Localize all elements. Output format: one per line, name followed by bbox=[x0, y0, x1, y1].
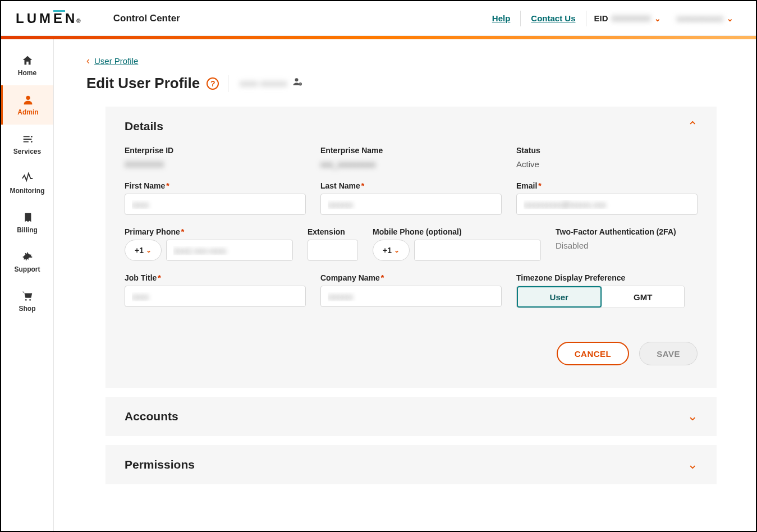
sidebar-item-billing[interactable]: Billing bbox=[1, 203, 53, 242]
main-content: ‹ User Profile Edit User Profile ? xxxx … bbox=[54, 39, 756, 531]
eid-value: XXXXXXX bbox=[612, 13, 651, 23]
top-right-nav: Help Contact Us EID XXXXXXX ⌄ xxxxxxxxxx… bbox=[482, 11, 741, 26]
user-switcher[interactable]: xxxxxxxxxx ⌄ bbox=[669, 13, 741, 23]
panel-details-head[interactable]: Details ⌃ bbox=[105, 107, 717, 146]
panel-title: Permissions bbox=[125, 458, 195, 471]
enterprise-name-label: Enterprise Name bbox=[320, 146, 502, 155]
enterprise-name-value: xxx_xxxxxxxxx bbox=[320, 158, 502, 169]
page-head: Edit User Profile ? xxxx xxxxxx bbox=[86, 75, 717, 92]
contact-us-link[interactable]: Contact Us bbox=[521, 11, 586, 26]
svg-point-1 bbox=[30, 136, 32, 137]
mobile-phone-input[interactable] bbox=[414, 240, 541, 261]
enterprise-id-label: Enterprise ID bbox=[125, 146, 306, 155]
panel-details: Details ⌃ Enterprise ID XXXXXXX Enterpri… bbox=[105, 107, 717, 388]
chevron-down-icon: ⌄ bbox=[687, 409, 698, 424]
panel-permissions-head[interactable]: Permissions ⌄ bbox=[105, 445, 717, 484]
chevron-down-icon: ⌄ bbox=[654, 14, 661, 23]
divider bbox=[228, 75, 228, 92]
help-icon[interactable]: ? bbox=[207, 77, 219, 90]
sidebar-item-label: Admin bbox=[17, 108, 38, 116]
twofa-label: Two-Factor Authentication (2FA) bbox=[556, 227, 698, 236]
sidebar: Home Admin Services Monitoring Billing S… bbox=[1, 39, 54, 531]
primary-phone-label: Primary Phone* bbox=[125, 227, 293, 236]
email-label: Email* bbox=[516, 181, 698, 190]
eid-switcher[interactable]: EID XXXXXXX ⌄ bbox=[586, 13, 669, 23]
primary-phone-input[interactable] bbox=[166, 240, 293, 261]
status-value: Active bbox=[516, 158, 698, 169]
breadcrumb: ‹ User Profile bbox=[86, 55, 717, 67]
mobile-phone-label: Mobile Phone (optional) bbox=[373, 227, 541, 236]
home-icon bbox=[21, 54, 34, 67]
chevron-left-icon[interactable]: ‹ bbox=[86, 55, 90, 67]
chevron-up-icon: ⌃ bbox=[687, 119, 698, 134]
sidebar-item-label: Services bbox=[13, 148, 41, 155]
timezone-segment: User GMT bbox=[516, 286, 685, 308]
job-title-label: Job Title* bbox=[125, 273, 306, 282]
app-title: Control Center bbox=[113, 13, 180, 24]
job-title-input[interactable] bbox=[125, 286, 306, 307]
username: xxxxxxxxxx bbox=[677, 13, 723, 23]
company-name-label: Company Name* bbox=[320, 273, 502, 282]
svg-point-6 bbox=[295, 78, 298, 81]
first-name-input[interactable] bbox=[125, 194, 306, 215]
page-title: Edit User Profile bbox=[86, 75, 200, 92]
timezone-option-user[interactable]: User bbox=[517, 286, 602, 308]
enterprise-id-value: XXXXXXX bbox=[125, 158, 306, 169]
avatar-icon bbox=[292, 77, 303, 90]
svg-point-4 bbox=[25, 299, 26, 301]
user-chip: xxxx xxxxxx bbox=[240, 77, 302, 90]
company-name-input[interactable] bbox=[320, 286, 502, 307]
sidebar-item-label: Billing bbox=[17, 226, 38, 234]
timezone-option-gmt[interactable]: GMT bbox=[602, 286, 685, 308]
last-name-label: Last Name* bbox=[320, 181, 502, 190]
panel-accounts-head[interactable]: Accounts ⌄ bbox=[105, 397, 717, 436]
sidebar-item-support[interactable]: Support bbox=[1, 242, 53, 282]
sidebar-item-label: Home bbox=[18, 69, 36, 77]
email-input[interactable] bbox=[516, 194, 698, 215]
extension-label: Extension bbox=[308, 227, 358, 236]
admin-icon bbox=[22, 94, 34, 106]
extension-input[interactable] bbox=[308, 240, 358, 261]
cancel-button[interactable]: CANCEL bbox=[557, 342, 630, 365]
chevron-down-icon: ⌄ bbox=[687, 457, 698, 472]
panel-title: Details bbox=[125, 120, 163, 133]
billing-icon bbox=[21, 212, 34, 224]
actions: CANCEL SAVE bbox=[125, 342, 698, 365]
chevron-down-icon: ⌄ bbox=[146, 246, 152, 254]
mobile-phone-cc-select[interactable]: +1 ⌄ bbox=[373, 240, 410, 261]
sidebar-item-services[interactable]: Services bbox=[1, 125, 53, 164]
logo: LUMEN® bbox=[16, 11, 81, 26]
sidebar-item-label: Support bbox=[15, 265, 40, 273]
breadcrumb-link[interactable]: User Profile bbox=[94, 56, 138, 66]
primary-phone-cc-select[interactable]: +1 ⌄ bbox=[125, 240, 162, 261]
sidebar-item-monitoring[interactable]: Monitoring bbox=[1, 164, 53, 203]
help-link[interactable]: Help bbox=[482, 11, 521, 26]
twofa-value: Disabled bbox=[556, 240, 698, 250]
svg-point-0 bbox=[26, 96, 30, 100]
status-label: Status bbox=[516, 146, 698, 155]
services-icon bbox=[21, 133, 34, 145]
timezone-label: Timezone Display Preference bbox=[516, 273, 698, 282]
last-name-input[interactable] bbox=[320, 194, 502, 215]
first-name-label: First Name* bbox=[125, 181, 306, 190]
svg-point-2 bbox=[30, 141, 32, 143]
save-button[interactable]: SAVE bbox=[639, 342, 698, 365]
svg-point-5 bbox=[29, 299, 31, 301]
sidebar-item-home[interactable]: Home bbox=[1, 46, 53, 85]
user-chip-name: xxxx xxxxxx bbox=[240, 79, 287, 89]
panel-permissions: Permissions ⌄ bbox=[105, 445, 717, 484]
topbar: LUMEN® Control Center Help Contact Us EI… bbox=[1, 1, 756, 36]
chevron-down-icon: ⌄ bbox=[394, 246, 400, 254]
panel-details-body: Enterprise ID XXXXXXX Enterprise Name xx… bbox=[105, 146, 717, 388]
chevron-down-icon: ⌄ bbox=[727, 14, 733, 23]
sidebar-item-shop[interactable]: Shop bbox=[1, 282, 53, 321]
eid-prefix: EID bbox=[594, 13, 608, 23]
shop-icon bbox=[21, 290, 34, 302]
sidebar-item-label: Shop bbox=[19, 305, 36, 313]
sidebar-item-label: Monitoring bbox=[10, 187, 45, 195]
sidebar-item-admin[interactable]: Admin bbox=[1, 85, 53, 125]
panel-title: Accounts bbox=[125, 410, 178, 423]
monitoring-icon bbox=[21, 172, 34, 185]
panel-accounts: Accounts ⌄ bbox=[105, 397, 717, 436]
support-icon bbox=[21, 251, 34, 263]
